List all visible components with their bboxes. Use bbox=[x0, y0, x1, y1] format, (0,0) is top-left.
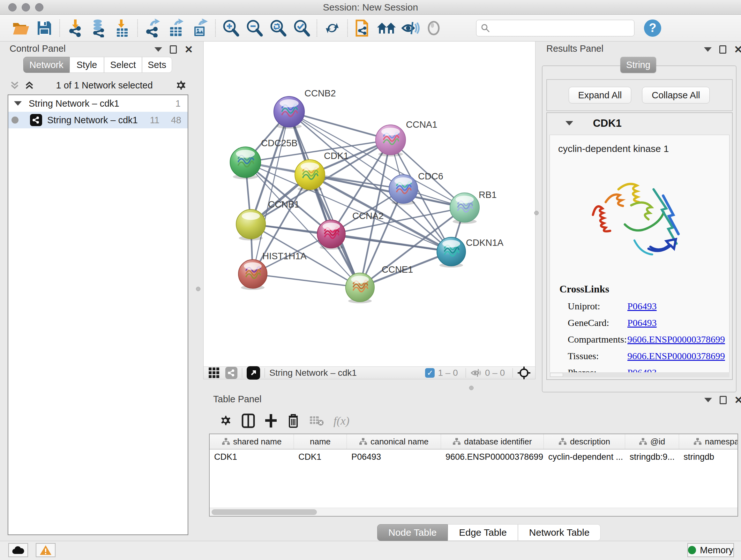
search-input[interactable] bbox=[476, 20, 634, 37]
network-collection-row[interactable]: String Network – cdk1 1 bbox=[8, 95, 188, 112]
zoom-selected-icon[interactable] bbox=[292, 18, 312, 38]
results-panel-float-icon[interactable] bbox=[719, 45, 726, 54]
export-table-icon[interactable] bbox=[166, 18, 186, 38]
memory-label: Memory bbox=[700, 545, 733, 556]
export-network-icon[interactable] bbox=[143, 18, 163, 38]
gene-title: CDK1 bbox=[593, 117, 622, 129]
tab-select[interactable]: Select bbox=[104, 57, 142, 73]
add-column-icon[interactable] bbox=[265, 414, 277, 428]
column-header-namespace[interactable]: namespace bbox=[679, 434, 738, 449]
cloud-button[interactable] bbox=[8, 543, 28, 557]
network-edge[interactable] bbox=[253, 112, 289, 274]
table-settings-gear-icon[interactable] bbox=[219, 414, 232, 428]
network-edge[interactable] bbox=[253, 274, 360, 287]
network-node-cdkn1a[interactable]: CDKN1A bbox=[437, 237, 503, 267]
column-header-shared-name[interactable]: shared name bbox=[210, 434, 294, 449]
function-builder-icon[interactable]: f(x) bbox=[333, 414, 349, 428]
tab-network-table[interactable]: Network Table bbox=[518, 524, 601, 541]
delete-table-icon[interactable] bbox=[309, 415, 324, 427]
control-panel-close-icon[interactable]: ✕ bbox=[185, 45, 193, 54]
column-header-name[interactable]: name bbox=[294, 434, 347, 449]
network-node-rb1[interactable]: RB1 bbox=[450, 190, 496, 224]
bottom-splitter-handle[interactable] bbox=[469, 386, 474, 390]
table-horizontal-scrollbar[interactable] bbox=[210, 508, 738, 516]
fit-selected-crosshair-icon[interactable] bbox=[517, 366, 531, 380]
network-node-hist1h1a[interactable]: HIST1H1A bbox=[239, 251, 307, 290]
right-splitter-handle[interactable] bbox=[534, 211, 539, 215]
crosslink-tissues[interactable]: 9606.ENSP00000378699 bbox=[627, 351, 725, 361]
network-selection-status: 1 of 1 Network selected bbox=[35, 80, 174, 91]
memory-button[interactable]: Memory bbox=[687, 543, 734, 557]
protein-structure-image bbox=[587, 167, 729, 272]
collapse-all-chevron-icon[interactable] bbox=[10, 80, 20, 90]
network-document-icon[interactable] bbox=[353, 18, 373, 38]
birdseye-grid-icon[interactable] bbox=[209, 368, 219, 378]
crosslink-compartments[interactable]: 9606.ENSP00000378699 bbox=[627, 334, 725, 345]
network-canvas[interactable]: CCNB2CCNA1CDC25BCDK1CDC6RB1CCNB1CCNA2CDK… bbox=[203, 42, 536, 367]
eye-slash-icon[interactable] bbox=[400, 18, 420, 38]
window-title: Session: New Session bbox=[0, 2, 741, 13]
tab-network[interactable]: Network bbox=[23, 57, 70, 73]
network-node-ccna1[interactable]: CCNA1 bbox=[376, 119, 437, 157]
network-share-icon[interactable] bbox=[225, 367, 238, 379]
show-columns-icon[interactable] bbox=[242, 414, 255, 428]
collection-label: String Network – cdk1 bbox=[29, 98, 176, 109]
zoom-in-icon[interactable] bbox=[221, 18, 241, 38]
warnings-button[interactable] bbox=[36, 543, 56, 557]
control-panel-menu-icon[interactable] bbox=[154, 47, 162, 52]
network-node-cdc25b[interactable]: CDC25B bbox=[230, 138, 297, 179]
refresh-icon[interactable] bbox=[322, 18, 342, 38]
results-panel-menu-icon[interactable] bbox=[704, 47, 712, 52]
export-image-icon[interactable] bbox=[190, 18, 210, 38]
network-edge[interactable] bbox=[331, 207, 465, 234]
hidden-counts: 0 – 0 bbox=[485, 368, 505, 378]
tab-edge-table[interactable]: Edge Table bbox=[448, 524, 518, 541]
import-table-icon[interactable] bbox=[112, 18, 132, 38]
results-panel-close-icon[interactable]: ✕ bbox=[734, 45, 741, 54]
selected-checkbox-icon[interactable]: ✓ bbox=[425, 368, 434, 378]
table-panel-close-icon[interactable]: ✕ bbox=[734, 396, 741, 404]
expand-all-button[interactable]: Expand All bbox=[569, 87, 631, 104]
column-header-database-identifier[interactable]: database identifier bbox=[441, 434, 544, 449]
delete-column-trash-icon[interactable] bbox=[287, 413, 300, 428]
node-label: CDC6 bbox=[418, 171, 443, 181]
collection-disclosure-icon[interactable] bbox=[14, 101, 22, 106]
detach-view-icon[interactable] bbox=[247, 366, 260, 380]
table-panel-menu-icon[interactable] bbox=[704, 398, 712, 402]
network-edge[interactable] bbox=[289, 112, 391, 140]
results-mini-scrollbar[interactable] bbox=[549, 372, 730, 377]
control-panel-float-icon[interactable] bbox=[170, 45, 177, 54]
save-session-icon[interactable] bbox=[35, 18, 54, 38]
network-options-gear-icon[interactable] bbox=[174, 79, 187, 91]
crosslink-genecard[interactable]: P06493 bbox=[627, 317, 657, 328]
network-node-cdc6[interactable]: CDC6 bbox=[389, 171, 443, 205]
tab-node-table[interactable]: Node Table bbox=[377, 524, 448, 541]
tab-style[interactable]: Style bbox=[70, 57, 104, 73]
gene-disclosure-icon[interactable] bbox=[565, 121, 573, 125]
zoom-fit-icon[interactable] bbox=[268, 18, 288, 38]
houses-icon[interactable] bbox=[377, 18, 396, 38]
tab-string[interactable]: String bbox=[620, 57, 656, 73]
eye-icon[interactable] bbox=[424, 18, 444, 38]
network-row[interactable]: String Network – cdk1 11 48 bbox=[8, 112, 188, 128]
hidden-eye-icon[interactable] bbox=[470, 368, 482, 378]
zoom-out-icon[interactable] bbox=[245, 18, 264, 38]
column-header-id[interactable]: @id bbox=[625, 434, 679, 449]
crosslink-uniprot[interactable]: P06493 bbox=[627, 301, 657, 312]
network-node-ccne1[interactable]: CCNE1 bbox=[346, 264, 413, 303]
expand-all-chevron-icon[interactable] bbox=[24, 80, 35, 90]
table-panel-float-icon[interactable] bbox=[720, 396, 727, 404]
import-network-from-database-icon[interactable] bbox=[89, 18, 109, 38]
import-network-icon[interactable] bbox=[65, 18, 85, 38]
open-session-icon[interactable] bbox=[11, 18, 30, 38]
table-row[interactable]: CDK1 CDK1 P06493 9606.ENSP00000378699 cy… bbox=[210, 449, 738, 464]
column-header-description[interactable]: description bbox=[544, 434, 625, 449]
tab-sets[interactable]: Sets bbox=[142, 57, 172, 73]
column-header-canonical-name[interactable]: canonical name bbox=[347, 434, 441, 449]
left-splitter-handle[interactable] bbox=[196, 287, 200, 291]
help-icon[interactable]: ? bbox=[643, 18, 663, 38]
node-label: HIST1H1A bbox=[262, 251, 307, 261]
control-panel: Control Panel ✕ Network Style Select Set… bbox=[0, 42, 201, 541]
network-view-toolbar: String Network – cdk1 ✓ 1 – 0 0 – 0 bbox=[203, 367, 536, 379]
collapse-all-button[interactable]: Collapse All bbox=[642, 87, 710, 104]
